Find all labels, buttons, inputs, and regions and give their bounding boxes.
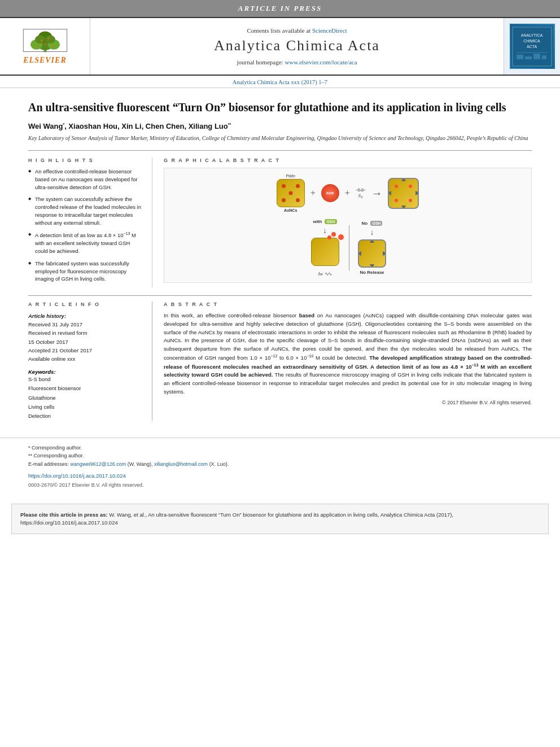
elsevier-label: ELSEVIER bbox=[23, 56, 66, 65]
highlights-heading: H I G H L I G H T S bbox=[28, 158, 144, 163]
citation-box: Please cite this article in press as: W.… bbox=[11, 504, 549, 535]
science-direct-link[interactable]: ScienceDirect bbox=[312, 27, 347, 34]
article-body: An ultra-sensitive fluorescent “Turn On”… bbox=[0, 88, 560, 432]
journal-header: ELSEVIER Contents lists available at Sci… bbox=[0, 17, 560, 76]
top-banner: ARTICLE IN PRESS bbox=[0, 0, 560, 17]
corresponding-single: * Corresponding author. bbox=[28, 444, 532, 452]
banner-text: ARTICLE IN PRESS bbox=[238, 4, 322, 12]
issn-line: 0003-2670/© 2017 Elsevier B.V. All right… bbox=[28, 481, 532, 489]
citation-label: Please cite this article in press as: bbox=[20, 512, 109, 518]
author-names: Wei Wang*, Xiaoshan Hou, Xin Li, Chen Ch… bbox=[28, 122, 231, 130]
email-addresses: E-mail addresses: wangwei9612@126.com (W… bbox=[28, 460, 532, 468]
keywords-section: Keywords: S-S bond Fluorescent biosensor… bbox=[28, 369, 144, 421]
doi-line: https://doi.org/10.1016/j.aca.2017.10.02… bbox=[28, 471, 532, 480]
svg-point-7 bbox=[40, 39, 42, 41]
graphical-abstract-diagram: Pddn AuNCs + bbox=[164, 168, 532, 283]
affiliation: Key Laboratory of Sensor Analysis of Tum… bbox=[28, 134, 532, 142]
abstract-column: A B S T R A C T In this work, an effecti… bbox=[164, 302, 532, 421]
accepted-date: Accepted 21 October 2017 bbox=[28, 346, 144, 355]
keywords-title: Keywords: bbox=[28, 369, 144, 375]
history-title: Article history: bbox=[28, 312, 144, 320]
journal-cover-image: ANALYTICA CHIMICA ACTA bbox=[510, 24, 555, 69]
svg-text:ANALYTICA: ANALYTICA bbox=[521, 33, 543, 37]
keyword-2: Fluorescent biosensor bbox=[28, 384, 144, 393]
svg-point-8 bbox=[47, 37, 50, 40]
page: ARTICLE IN PRESS ELSE bbox=[0, 0, 560, 747]
keyword-1: S-S bond bbox=[28, 375, 144, 384]
svg-point-10 bbox=[36, 44, 38, 46]
highlight-item-1: An effective controlled-release biosenso… bbox=[28, 168, 144, 191]
footnotes-section: * Corresponding author. ** Corresponding… bbox=[0, 438, 560, 495]
authors-line: Wei Wang*, Xiaoshan Hou, Xin Li, Chen Ch… bbox=[28, 122, 532, 130]
article-info-abstract-section: A R T I C L E I N F O Article history: R… bbox=[28, 295, 532, 421]
highlights-list: An effective controlled-release biosenso… bbox=[28, 168, 144, 283]
highlight-item-3: A detection limit of as low as 4.8 × 10−… bbox=[28, 231, 144, 255]
available-online: Available online xxx bbox=[28, 355, 144, 363]
svg-point-6 bbox=[45, 35, 55, 43]
homepage-line: journal homepage: www.elsevier.com/locat… bbox=[237, 59, 357, 65]
journal-logo-right: ANALYTICA CHIMICA ACTA bbox=[504, 18, 560, 75]
svg-rect-21 bbox=[533, 54, 540, 59]
article-info-heading: A R T I C L E I N F O bbox=[28, 302, 144, 307]
abstract-text: In this work, an effective controlled-re… bbox=[164, 312, 532, 396]
corresponding-double: ** Corresponding author. bbox=[28, 452, 532, 460]
article-title: An ultra-sensitive fluorescent “Turn On”… bbox=[28, 99, 532, 115]
graphical-abstract-heading: G R A P H I C A L A B S T R A C T bbox=[164, 158, 532, 163]
keyword-4: Living cells bbox=[28, 403, 144, 412]
graphical-abstract-column: G R A P H I C A L A B S T R A C T Pddn bbox=[164, 158, 532, 287]
svg-text:CHIMICA: CHIMICA bbox=[523, 39, 540, 43]
journal-center: Contents lists available at ScienceDirec… bbox=[90, 18, 504, 75]
highlight-item-2: The system can successfully achieve the … bbox=[28, 195, 144, 226]
keywords-list: S-S bond Fluorescent biosensor Glutathio… bbox=[28, 375, 144, 421]
elsevier-tree-icon bbox=[20, 28, 71, 54]
revised-date: 15 October 2017 bbox=[28, 338, 144, 346]
copyright: © 2017 Elsevier B.V. All rights reserved… bbox=[164, 400, 532, 405]
svg-rect-19 bbox=[517, 55, 523, 59]
received-date: Received 31 July 2017 bbox=[28, 320, 144, 329]
email2-link[interactable]: xiliangluo@hotmail.com bbox=[154, 461, 208, 467]
received-revised-label: Received in revised form bbox=[28, 329, 144, 337]
journal-title: Analytica Chimica Acta bbox=[214, 37, 380, 54]
keyword-5: Detection bbox=[28, 412, 144, 421]
highlight-item-4: The fabricated system was successfully e… bbox=[28, 260, 144, 283]
svg-rect-22 bbox=[542, 55, 546, 59]
contents-line: Contents lists available at ScienceDirec… bbox=[247, 27, 347, 34]
article-history: Article history: Received 31 July 2017 R… bbox=[28, 312, 144, 363]
svg-point-11 bbox=[51, 44, 54, 46]
article-citation: Analytica Chimica Acta xxx (2017) 1–7 bbox=[0, 76, 560, 88]
doi-link[interactable]: https://doi.org/10.1016/j.aca.2017.10.02… bbox=[28, 473, 126, 479]
keyword-3: Glutathione bbox=[28, 394, 144, 403]
abstract-heading: A B S T R A C T bbox=[164, 302, 532, 307]
article-info-column: A R T I C L E I N F O Article history: R… bbox=[28, 302, 152, 421]
homepage-link[interactable]: www.elsevier.com/locate/aca bbox=[285, 59, 357, 65]
svg-point-5 bbox=[35, 35, 45, 43]
svg-rect-20 bbox=[525, 56, 532, 59]
email1-link[interactable]: wangwei9612@126.com bbox=[71, 461, 126, 467]
highlights-column: H I G H L I G H T S An effective control… bbox=[28, 158, 152, 287]
elsevier-logo: ELSEVIER bbox=[0, 18, 90, 75]
svg-text:ACTA: ACTA bbox=[527, 45, 537, 49]
highlights-graphical-section: H I G H L I G H T S An effective control… bbox=[28, 150, 532, 287]
svg-point-9 bbox=[45, 42, 47, 45]
